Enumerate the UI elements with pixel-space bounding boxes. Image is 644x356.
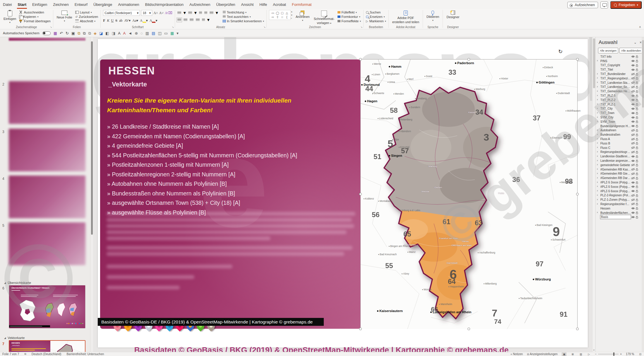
qat-icon[interactable]: ↻	[66, 31, 69, 35]
lock-toggle-icon[interactable]	[635, 137, 639, 141]
shape-effects-button[interactable]: Formeffekte▾	[338, 19, 361, 23]
visibility-toggle-icon[interactable]	[631, 168, 635, 171]
qat-icon[interactable]: A	[123, 31, 126, 35]
text-direction-button[interactable]: Textrichtung▾	[223, 11, 264, 14]
layer-item[interactable]: › TXT_Gemeinden Hessen	[596, 89, 642, 93]
section-header[interactable]: ◢Übersichtskarte	[4, 281, 31, 285]
find-button[interactable]: Suchen	[366, 11, 386, 14]
scroll-down-icon[interactable]: ∨	[593, 349, 595, 351]
lock-toggle-icon[interactable]	[635, 133, 639, 137]
lock-toggle-icon[interactable]	[635, 129, 639, 132]
qat-icon[interactable]: ⊕	[135, 31, 138, 35]
expand-chevron-icon[interactable]: ›	[597, 102, 598, 105]
language-indicator[interactable]: Deutsch (Deutschland)	[32, 352, 61, 356]
visibility-toggle-icon[interactable]	[631, 103, 635, 106]
ribbon-tab[interactable]: Animationen	[115, 1, 142, 9]
fit-to-window-icon[interactable]: ⊡	[638, 353, 642, 356]
lock-toggle-icon[interactable]	[635, 215, 639, 219]
dialog-launcher-icon[interactable]: ↘	[172, 26, 174, 28]
lock-toggle-icon[interactable]	[635, 142, 639, 145]
slide-thumbnail[interactable]: 4	[0, 176, 90, 219]
font-size-select[interactable]: 18▾	[141, 10, 152, 16]
visibility-toggle-icon[interactable]	[631, 207, 635, 210]
layer-item[interactable]: › TXT_Landkreise_Sonstige	[596, 85, 642, 89]
expand-chevron-icon[interactable]: ›	[597, 150, 598, 153]
cut-button[interactable]: Ausschneiden	[19, 11, 50, 14]
expand-chevron-icon[interactable]: ›	[597, 193, 598, 197]
lock-toggle-icon[interactable]	[635, 168, 639, 171]
visibility-toggle-icon[interactable]	[631, 194, 635, 197]
arrange-button[interactable]: Anordnen▾	[294, 10, 311, 22]
layer-item[interactable]: › TXT_Bundesländer	[596, 72, 642, 76]
lock-toggle-icon[interactable]	[635, 59, 639, 63]
visibility-toggle-icon[interactable]	[631, 146, 635, 149]
shrink-font-button[interactable]: A˅	[159, 11, 164, 15]
visibility-toggle-icon[interactable]	[631, 112, 635, 115]
select-button[interactable]: ▷Markieren▾	[366, 19, 386, 23]
expand-chevron-icon[interactable]: ›	[597, 154, 598, 158]
qat-icon[interactable]: ◌	[141, 31, 143, 35]
designer-button[interactable]: Designer	[445, 10, 460, 19]
clear-formatting-button[interactable]: A⌫	[165, 11, 172, 15]
expand-chevron-icon[interactable]: ›	[597, 59, 598, 62]
ribbon-tab[interactable]: Formformat	[289, 1, 314, 9]
qat-icon[interactable]: ⧉	[83, 31, 85, 35]
layer-item[interactable]: › Bundeslandgrenze Hessen	[596, 124, 642, 128]
ribbon-tab[interactable]: Entwurf	[72, 1, 90, 9]
visibility-toggle-icon[interactable]	[631, 159, 635, 162]
layer-item[interactable]: › TXT_Copyright	[596, 63, 642, 68]
visibility-toggle-icon[interactable]	[631, 73, 635, 76]
lock-toggle-icon[interactable]	[635, 176, 639, 180]
pane-options-chevron-icon[interactable]: ⌄	[634, 40, 637, 45]
strikethrough-button[interactable]: S	[115, 18, 117, 23]
thumbnail-scrollbar[interactable]	[90, 37, 93, 352]
visibility-toggle-icon[interactable]	[631, 142, 635, 145]
selection-handle[interactable]	[359, 193, 362, 195]
visibility-toggle-icon[interactable]	[631, 120, 635, 123]
layer-item[interactable]: › #PLZ-5 5xxxx (Polygone)	[596, 185, 642, 189]
expand-chevron-icon[interactable]: ›	[597, 89, 598, 93]
expand-chevron-icon[interactable]: ›	[597, 115, 598, 119]
layer-item[interactable]: › TXT_City	[596, 107, 642, 111]
qat-icon[interactable]: ◫	[158, 31, 161, 35]
selection-handle[interactable]	[576, 58, 579, 61]
align-text-button[interactable]: Text ausrichten▾	[223, 15, 264, 18]
align-center-icon[interactable]	[184, 18, 187, 21]
qat-icon[interactable]: ▾	[177, 31, 179, 35]
visibility-toggle-icon[interactable]	[631, 59, 635, 62]
qat-icon[interactable]: A	[118, 31, 121, 35]
expand-chevron-icon[interactable]: ›	[597, 176, 598, 179]
visibility-toggle-icon[interactable]	[631, 190, 635, 193]
layer-item[interactable]: › Regierungsbezirksgrenzen	[596, 150, 642, 154]
lock-toggle-icon[interactable]	[635, 94, 639, 98]
pane-scrollbar[interactable]	[642, 37, 644, 352]
replace-button[interactable]: Ersetzen▾	[366, 15, 386, 18]
expand-chevron-icon[interactable]: ›	[597, 202, 598, 205]
close-icon[interactable]: ×	[640, 40, 642, 45]
visibility-toggle-icon[interactable]	[631, 155, 635, 158]
format-painter-button[interactable]: Format übertragen	[19, 19, 50, 23]
justify-icon[interactable]	[196, 18, 200, 21]
lock-toggle-icon[interactable]	[635, 107, 639, 110]
visibility-toggle-icon[interactable]	[631, 151, 635, 154]
layer-item[interactable]: › Bundesstraßen	[596, 132, 642, 137]
qat-icon[interactable]: ◄	[128, 31, 132, 35]
smartart-button[interactable]: In SmartArt konvertieren▾	[223, 19, 264, 23]
lock-toggle-icon[interactable]	[635, 189, 639, 193]
reading-view-button[interactable]: ▥	[579, 353, 583, 356]
lock-toggle-icon[interactable]	[635, 194, 639, 197]
slide-thumbnail[interactable]: 3	[0, 129, 90, 172]
lock-toggle-icon[interactable]	[635, 181, 639, 184]
layer-item[interactable]: › Hessen	[596, 206, 642, 211]
lock-toggle-icon[interactable]	[635, 103, 639, 106]
layer-item[interactable]: › Landkreise angrenzende BL (P...	[596, 159, 642, 163]
shape-gallery[interactable]: ▭◯▢△ ⇨⇧☆{	[269, 10, 291, 20]
layer-item[interactable]: › #Gemeinden RB Gießen (Poly...	[596, 172, 642, 176]
expand-chevron-icon[interactable]: ›	[597, 85, 598, 88]
display-settings-button[interactable]: ⊟ Anzeigeeinstellungen	[527, 352, 558, 356]
expand-chevron-icon[interactable]: ›	[597, 137, 598, 140]
bold-button[interactable]: F	[103, 18, 105, 23]
layer-item[interactable]: › #Gemeinden RB Kassel (Polyg...	[596, 167, 642, 172]
accessibility-checker[interactable]: Barrierefreiheit: Untersuchen	[66, 352, 104, 356]
visibility-toggle-icon[interactable]	[631, 216, 635, 219]
